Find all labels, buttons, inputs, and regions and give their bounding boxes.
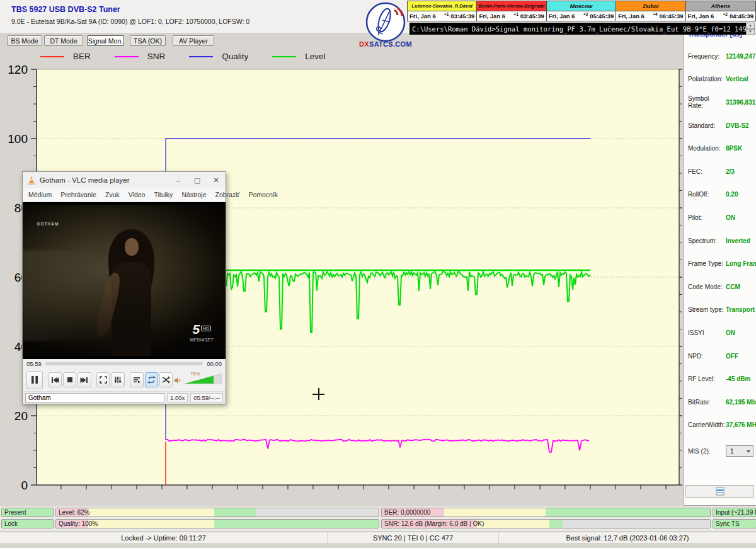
gauge-label: Level: 62%: [59, 508, 89, 517]
tab-av-player[interactable]: AV Player: [173, 35, 214, 46]
next-button[interactable]: [77, 372, 91, 387]
video-frame: GOTHAM 5HD MEDIASET: [23, 205, 226, 356]
seek-bar[interactable]: [45, 362, 203, 365]
hd-badge: HD: [201, 326, 210, 331]
uptime-status: Locked -> Uptime: 09:11:27: [0, 532, 328, 543]
gauge-input-21-39-mbps-: Input (~21,39 Mbps): [713, 508, 756, 517]
console-text: C:\Users\Roman Dávid>Signal monitoring_P…: [412, 25, 746, 33]
clock-city: Athens: [686, 1, 755, 11]
param-label: RollOff:: [688, 191, 726, 198]
menu-item-zvuk[interactable]: Zvuk: [105, 191, 120, 198]
logo-text: DXSATCS.COM: [359, 40, 412, 48]
tuner-subtitle: 9.0E - Eutelsat 9B/Ka-Sat 9A (ID: 0090) …: [11, 18, 249, 25]
param-value: OFF: [726, 353, 738, 360]
best-signal: Best signal: 12,7 dB (2023-01-06 03:27): [499, 532, 756, 543]
tab-dt-mode[interactable]: DT Mode: [44, 35, 83, 46]
param-value: ON: [726, 214, 735, 221]
shuffle-button[interactable]: [159, 372, 173, 387]
tab-bs-mode[interactable]: BS Mode: [7, 35, 42, 46]
loop-button[interactable]: [145, 372, 158, 387]
bottom-strip: [0, 543, 756, 548]
console-scrollbar[interactable]: ▲ ▼: [746, 23, 755, 35]
canale5-logo: 5: [193, 322, 200, 336]
scroll-down-icon[interactable]: ▼: [746, 29, 755, 35]
clock-2: MoscowFri, Jan 6+305:45:39: [547, 1, 616, 21]
network-name: MEDIASET: [190, 338, 213, 342]
list-icon: [715, 487, 725, 496]
scroll-up-icon[interactable]: ▲: [746, 23, 755, 29]
stream-list-button[interactable]: [685, 485, 754, 498]
playlist-button[interactable]: [130, 372, 143, 387]
menu-item-titulky[interactable]: Titulky: [154, 191, 173, 198]
menu-item-pomocnk[interactable]: Pomocník: [248, 191, 278, 198]
param-value: 0.20: [726, 191, 738, 198]
gauge-ber: BER: 0,0000000: [381, 508, 711, 517]
legend-item-level: Level: [272, 52, 325, 61]
svg-text:20: 20: [14, 409, 28, 423]
vlc-video-area[interactable]: GOTHAM 5HD MEDIASET: [23, 202, 226, 359]
gauge-level: Level: 62%: [55, 508, 379, 517]
console-bar[interactable]: C:\Users\Roman Dávid>Signal monitoring_P…: [410, 23, 746, 35]
menu-item-video[interactable]: Video: [129, 191, 146, 198]
param-label: FEC:: [688, 168, 726, 175]
vlc-titlebar[interactable]: Gotham - VLC media player – ▢ ✕: [23, 172, 226, 188]
chart-legend: BERSNRQualityLevel: [40, 52, 326, 61]
param-label: Pilot:: [688, 214, 726, 221]
playback-rate[interactable]: 1.00x: [167, 393, 188, 402]
stop-button[interactable]: [63, 372, 76, 387]
menu-item-zobrazi[interactable]: Zobraziť: [215, 191, 239, 198]
param-row: RF Level:-45 dBm: [688, 367, 756, 391]
mis-value: 1: [730, 448, 734, 455]
time-display[interactable]: 05:59/--:--: [190, 393, 223, 402]
param-value: 31396,831 KS/s: [726, 99, 756, 106]
close-button[interactable]: ✕: [207, 172, 226, 188]
menu-item-nstroje[interactable]: Nástroje: [181, 191, 206, 198]
param-label: Polarization:: [688, 76, 726, 83]
pause-button[interactable]: [26, 371, 43, 389]
menu-item-mdium[interactable]: Médium: [28, 191, 52, 198]
transponder-params: Frequency:12149,247 MHzPolarization:Vert…: [684, 38, 756, 437]
clock-city: Moscow: [547, 1, 616, 11]
param-value: 12149,247 MHz: [726, 53, 756, 60]
param-row: NPD:OFF: [688, 345, 756, 368]
menu-item-prehrvanie[interactable]: Prehrávanie: [60, 191, 96, 198]
legend-label: Level: [305, 52, 325, 61]
gauge-quality: Quality: 100%: [55, 519, 379, 528]
channel-logo: 5HD MEDIASET: [190, 322, 213, 342]
clock-4: AthensFri, Jan 6+204:45:39: [686, 1, 755, 21]
param-label: NPD:: [688, 353, 726, 360]
param-row: Frame Type:Long Frame: [688, 252, 756, 275]
speaker-icon: [174, 377, 182, 384]
fullscreen-button[interactable]: [96, 372, 110, 387]
now-playing-field[interactable]: [25, 393, 164, 402]
clock-city: Dubai: [616, 1, 685, 11]
volume-control[interactable]: 78%: [174, 374, 222, 386]
vlc-cone-icon: [27, 176, 36, 185]
vlc-status-row: 1.00x 05:59/--:--: [23, 391, 226, 404]
world-clocks: Lučenec-Slovakia_R.DávidFri, Jan 6+103:4…: [407, 1, 756, 21]
param-label: Code Mode:: [688, 283, 726, 290]
mis-select[interactable]: 1: [726, 445, 753, 457]
param-label: Standard:: [688, 122, 726, 129]
gauge-label: Quality: 100%: [59, 520, 98, 528]
maximize-button[interactable]: ▢: [188, 172, 207, 188]
legend-label: BER: [73, 52, 91, 61]
previous-button[interactable]: [49, 372, 62, 387]
clock-city: Berlin-Paris-Vienna-Belgrade: [477, 1, 546, 11]
tab-tsa-ok[interactable]: TSA (OK): [130, 35, 166, 46]
param-row: Stream type:Transport: [688, 299, 756, 322]
param-label: ISSYI: [688, 329, 726, 336]
vlc-window-title: Gotham - VLC media player: [40, 176, 169, 184]
minimize-button[interactable]: –: [169, 172, 188, 188]
gauge-label: BER: 0,0000000: [384, 508, 430, 517]
clock-time: Fri, Jan 6+305:45:39: [547, 11, 616, 21]
param-row: Polarization:Vertical: [688, 68, 756, 91]
gauge-sync-ts: Sync TS: [713, 519, 756, 528]
param-row: Code Mode:CCM: [688, 275, 756, 299]
tab-signal-mon[interactable]: Signal Mon.: [87, 35, 124, 46]
param-value: 62,195 Mbit/s: [726, 399, 756, 406]
gauge-label: Lock: [4, 520, 18, 528]
legend-swatch: [40, 56, 64, 57]
param-row: Frequency:12149,247 MHz: [688, 45, 756, 68]
equalizer-button[interactable]: [111, 372, 124, 387]
